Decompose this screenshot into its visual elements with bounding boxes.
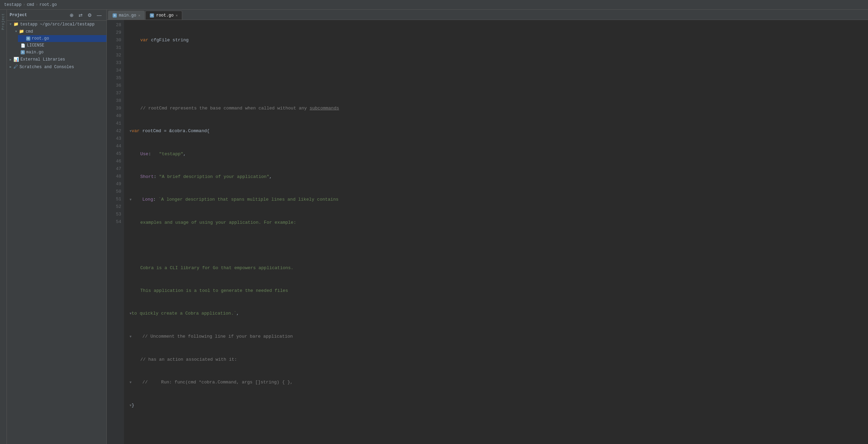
sidebar-item-label: LICENSE — [27, 43, 44, 48]
title-bar: testapp › cmd › root.go — [0, 0, 868, 10]
code-line-36: examples and usage of using your applica… — [130, 219, 868, 226]
sidebar-item-label: Scratches and Consoles — [19, 65, 74, 70]
sidebar-item-label: testapp ~/go/src/local/testapp — [20, 22, 94, 27]
code-line-41: ▼ // Uncomment the following line if you… — [130, 333, 868, 341]
code-line-34: Short: "A brief description of your appl… — [130, 173, 868, 181]
breadcrumb: testapp › cmd › root.go — [4, 2, 57, 7]
breadcrumb-project: testapp — [4, 2, 21, 7]
tab-bar: G main.go ✕ G root.go ✕ — [107, 10, 868, 20]
code-line-42: // has an action associated with it: — [130, 356, 868, 363]
sidebar-item-label: cmd — [25, 29, 33, 34]
tab-file-icon: G — [113, 13, 117, 18]
folder-icon: 📁 — [19, 29, 24, 34]
expand-icon: ▼ — [10, 23, 11, 26]
fold-icon-43[interactable]: ▼ — [130, 381, 132, 384]
code-line-40: ▼to quickly create a Cobra application.`… — [130, 310, 868, 318]
expand-icon: ▶ — [10, 65, 11, 69]
code-line-38: Cobra is a CLI library for Go that empow… — [130, 264, 868, 272]
sidebar-item-scratches[interactable]: ▶ 🖊 Scratches and Consoles — [7, 63, 106, 71]
close-icon[interactable]: ✕ — [138, 13, 140, 18]
file-icon: 📄 — [21, 43, 25, 48]
sidebar-toolbar: Project ⊕ ⇄ ⚙ — — [7, 10, 106, 21]
editor-area: G main.go ✕ G root.go ✕ 28 29 30 31 32 3… — [107, 10, 868, 444]
code-line-30 — [130, 82, 868, 89]
sidebar-item-cmd[interactable]: ▼ 📁 cmd — [12, 28, 106, 35]
sidebar-item-testapp[interactable]: ▼ 📁 testapp ~/go/src/local/testapp — [7, 21, 106, 28]
expand-icon: ▶ — [10, 58, 11, 62]
ext-libs-icon: 📊 — [13, 57, 19, 62]
code-line-28: var cfgFile string — [130, 36, 868, 44]
tab-root-go[interactable]: G root.go ✕ — [145, 11, 182, 20]
line-numbers: 28 29 30 31 32 33 34 35 36 37 38 39 40 4… — [107, 20, 124, 444]
sidebar-item-label: External Libraries — [20, 57, 65, 62]
code-line-44: ▼} — [130, 402, 868, 410]
sidebar-item-label: root.go — [32, 36, 49, 41]
code-line-33: Use: "testapp", — [130, 150, 868, 158]
code-content[interactable]: var cfgFile string // rootCmd represents… — [124, 20, 868, 444]
go-file-icon: G — [26, 36, 30, 41]
close-icon[interactable]: ✕ — [176, 13, 178, 18]
left-panel-indicator: Project — [0, 10, 7, 444]
panel-label: Project — [1, 13, 5, 30]
fold-icon-44[interactable]: ▼ — [130, 404, 132, 408]
sidebar-item-label: main.go — [26, 50, 43, 55]
project-label: Project — [10, 13, 27, 18]
tab-label: main.go — [119, 13, 136, 18]
sidebar-item-ext-libs[interactable]: ▶ 📊 External Libraries — [7, 56, 106, 63]
code-line-43: ▼ // Run: func(cmd *cobra.Command, args … — [130, 379, 868, 387]
expand-icon: ▼ — [15, 30, 17, 33]
sidebar-toolbar-buttons: ⊕ ⇄ ⚙ — — [68, 11, 104, 19]
sync-button[interactable]: ⇄ — [76, 11, 85, 19]
folder-icon: 📁 — [13, 22, 19, 27]
code-line-35: ▼ Long: `A longer description that spans… — [130, 196, 868, 204]
fold-icon-35[interactable]: ▼ — [130, 198, 132, 202]
fold-icon-41[interactable]: ▼ — [130, 335, 132, 339]
tab-label: root.go — [156, 13, 173, 18]
code-line-32: ▼var rootCmd = &cobra.Command{ — [130, 127, 868, 135]
settings-button[interactable]: ⚙ — [85, 11, 94, 19]
code-editor[interactable]: 28 29 30 31 32 33 34 35 36 37 38 39 40 4… — [107, 20, 868, 444]
main-area: Project Project ⊕ ⇄ ⚙ — ▼ 📁 testapp ~/go… — [0, 10, 868, 444]
code-line-39: This application is a tool to generate t… — [130, 287, 868, 295]
sidebar-item-main-go[interactable]: G main.go — [12, 49, 106, 56]
add-module-button[interactable]: ⊕ — [68, 11, 76, 19]
sidebar-item-license[interactable]: 📄 LICENSE — [12, 42, 106, 49]
sidebar: Project ⊕ ⇄ ⚙ — ▼ 📁 testapp ~/go/src/loc… — [7, 10, 107, 444]
sidebar-item-root-go[interactable]: G root.go — [18, 35, 106, 42]
code-line-29 — [130, 59, 868, 67]
code-line-45 — [130, 425, 868, 432]
tab-file-icon: G — [150, 13, 154, 18]
scratches-icon: 🖊 — [13, 64, 18, 70]
breadcrumb-folder: cmd — [27, 2, 34, 7]
tab-main-go[interactable]: G main.go ✕ — [108, 11, 145, 20]
code-line-37 — [130, 242, 868, 249]
minimize-button[interactable]: — — [95, 11, 104, 19]
breadcrumb-file: root.go — [39, 2, 56, 7]
go-file-icon: G — [21, 50, 25, 54]
code-line-31: // rootCmd represents the base command w… — [130, 105, 868, 112]
